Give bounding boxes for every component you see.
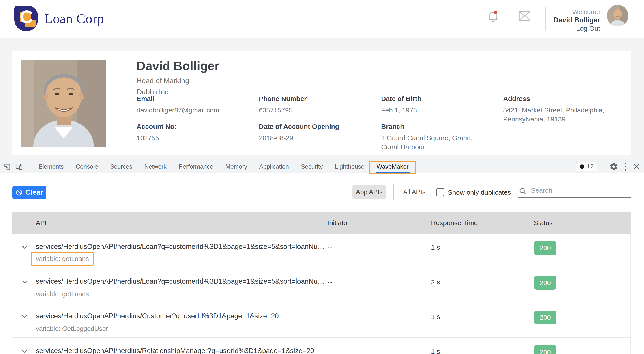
messages-mail-icon[interactable] [518,11,531,21]
devtools-tab-bar: Elements Console Sources Network Perform… [0,160,644,173]
devtools-tab-performance[interactable]: Performance [173,160,220,173]
chevron-down-icon[interactable] [20,278,29,286]
api-url: services/HerdiusOpenAPI/herdius/Loan?q=c… [36,277,324,285]
api-url: services/HerdiusOpenAPI/herdius/Customer… [36,312,279,320]
chevron-down-icon[interactable] [20,312,29,321]
field-value-phone: 635715795 [259,106,292,115]
app-header: C Loan Corp Welcome David Bolliger Log O… [0,0,644,38]
status-badge: 200 [534,310,556,324]
field-label-branch: Branch [381,123,404,130]
devtools-tab-lighthouse[interactable]: Lighthouse [329,160,370,173]
api-url: services/HerdiusOpenAPI/herdius/Relation… [36,347,314,354]
devtools-tab-sources[interactable]: Sources [104,160,138,173]
column-header-initiator: Initiator [327,219,349,227]
devtools-tab-console[interactable]: Console [70,160,104,173]
block-icon [16,189,23,196]
field-label-account-opening: Date of Account Opening [259,123,339,130]
welcome-text: Welcome [554,8,600,16]
api-variable: variable: getLoans [36,290,89,298]
user-display-name: David Bolliger [554,16,600,24]
inspect-element-icon[interactable] [3,162,12,171]
initiator-value: -- [327,348,333,354]
field-label-phone: Phone Number [259,95,306,103]
device-toolbar-icon[interactable] [15,162,23,171]
issues-count-badge[interactable]: 12 [576,162,598,171]
column-header-status: Status [534,219,553,227]
page: C Loan Corp Welcome David Bolliger Log O… [0,0,644,354]
header-divider [546,7,546,31]
field-value-address: 5421, Market Street, Philadelphia, Penns… [503,106,611,124]
response-time-value: 2 s [431,278,440,286]
status-badge: 200 [534,276,556,290]
field-label-address: Address [503,95,530,103]
brand-logo[interactable]: C Loan Corp [14,6,104,31]
segment-divider [394,184,394,200]
table-row[interactable]: services/HerdiusOpenAPI/herdius/Loan?q=c… [12,268,631,303]
close-icon[interactable] [632,163,640,171]
brand-logo-text: Loan Corp [44,11,104,27]
response-time-value: 1 s [431,243,440,251]
clear-button[interactable]: Clear [12,186,46,199]
search-icon [519,187,527,195]
show-only-duplicates-checkbox[interactable] [436,188,444,196]
avatar-image [607,5,628,27]
status-badge: 200 [534,345,556,354]
field-value-dob: Feb 1, 1978 [381,106,417,115]
response-time-value: 1 s [431,348,440,354]
api-table: API Initiator Response Time Status servi… [12,212,631,354]
table-row[interactable]: services/HerdiusOpenAPI/herdius/Customer… [12,303,631,338]
field-label-account-no: Account No: [136,123,176,130]
profile-photo [21,60,106,147]
field-label-dob: Date of Birth [381,95,422,103]
logout-link[interactable]: Log Out [554,24,600,33]
search-input[interactable] [530,186,628,194]
column-header-api: API [36,219,46,227]
field-label-email: Email [136,95,154,103]
devtools-panel: Elements Console Sources Network Perform… [0,160,644,354]
response-time-value: 1 s [431,313,440,321]
app-apis-button[interactable]: App APIs [352,185,386,199]
notification-dot [494,11,497,14]
devtools-tab-network[interactable]: Network [138,160,173,173]
table-header-row: API Initiator Response Time Status [12,212,631,234]
field-value-email: davidbolliger87@gmail.com [136,106,219,115]
toolbar-divider [603,163,604,171]
column-header-response-time: Response Time [431,219,478,227]
devtools-toolbar-right: 12 [576,162,644,171]
api-variable: variable: getLoans [36,255,89,262]
devtools-tab-memory[interactable]: Memory [219,160,253,173]
field-value-branch: 1 Grand Canal Square, Grand, Canal Harbo… [381,134,486,151]
profile-name: David Bolliger [136,59,220,73]
brand-logo-icon: C [14,6,38,31]
api-variable: variable: GetLoggedUser [36,325,108,332]
customer-profile-card: David Bolliger Head of Marking Dublin In… [12,51,631,155]
user-avatar[interactable] [607,5,628,27]
show-only-duplicates-label[interactable]: Show only duplicates [448,189,511,196]
field-value-account-no: 102755 [136,134,159,143]
profile-title: Head of Marking [136,77,189,85]
all-apis-button[interactable]: All APIs [401,185,428,199]
api-url: services/HerdiusOpenAPI/herdius/Loan?q=c… [36,243,324,251]
search-field [518,186,630,198]
devtools-tab-security[interactable]: Security [295,160,329,173]
devtools-tab-elements[interactable]: Elements [32,160,70,173]
user-block: Welcome David Bolliger Log Out [554,8,600,33]
notifications-bell-icon[interactable] [487,10,499,24]
table-row[interactable]: services/HerdiusOpenAPI/herdius/Relation… [12,338,631,354]
table-row[interactable]: services/HerdiusOpenAPI/herdius/Loan?q=c… [12,234,631,268]
devtools-tab-application[interactable]: Application [253,160,295,173]
devtools-tabs: Elements Console Sources Network Perform… [32,160,415,173]
annotation-box-variable: variable: getLoans [31,252,94,266]
initiator-value: -- [327,313,333,321]
toolbar-divider [28,163,28,171]
chevron-down-icon[interactable] [20,243,29,252]
kebab-menu-icon[interactable] [624,162,627,171]
field-value-account-opening: 2018-08-29 [259,134,293,143]
gear-icon[interactable] [609,162,618,171]
devtools-tab-wavemaker[interactable]: WaveMaker [370,160,415,173]
initiator-value: -- [327,243,333,251]
active-tab-underline [376,172,410,173]
status-badge: 200 [534,241,556,255]
initiator-value: -- [327,278,333,286]
chevron-down-icon[interactable] [20,347,29,354]
